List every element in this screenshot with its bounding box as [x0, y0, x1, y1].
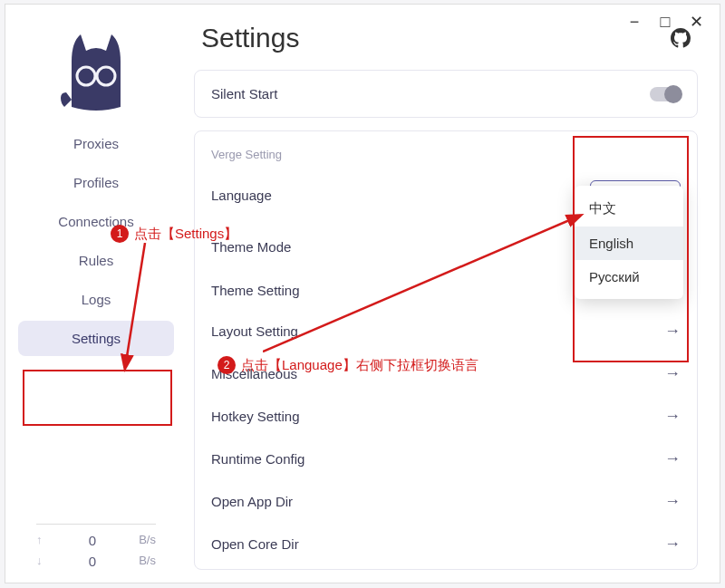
language-option-ru[interactable]: Русский: [575, 260, 683, 294]
speed-indicator: ↑ 0 B/s ↓ 0 B/s: [5, 518, 187, 572]
open-app-dir-row[interactable]: Open App Dir →: [195, 480, 697, 523]
silent-start-label: Silent Start: [211, 86, 277, 101]
chevron-right-icon: →: [664, 407, 681, 426]
layout-setting-label: Layout Setting: [211, 323, 298, 339]
upload-unit: B/s: [132, 533, 156, 548]
sidebar: Proxies Profiles Connections Rules Logs …: [5, 5, 187, 583]
sidebar-item-settings[interactable]: Settings: [18, 321, 174, 356]
download-value: 0: [53, 554, 132, 569]
speed-upload: ↑ 0 B/s: [36, 530, 156, 551]
sidebar-nav: Proxies Profiles Connections Rules Logs …: [5, 126, 187, 356]
minimize-button[interactable]: −: [627, 14, 642, 30]
main-content: Settings Silent Start Verge Setting Lang…: [187, 5, 720, 583]
app-logo: [51, 23, 141, 113]
silent-start-row: Silent Start: [195, 74, 697, 113]
miscellaneous-label: Miscellaneous: [211, 366, 297, 381]
runtime-config-label: Runtime Config: [211, 451, 304, 467]
theme-mode-label: Theme Mode: [211, 239, 291, 255]
sidebar-item-proxies[interactable]: Proxies: [18, 126, 174, 161]
window-controls: − □ ✕: [611, 5, 720, 39]
download-icon: ↓: [36, 554, 53, 569]
upload-icon: ↑: [36, 533, 53, 548]
sidebar-item-logs[interactable]: Logs: [18, 282, 174, 317]
app-window: − □ ✕ Proxies Profiles Connections Rules…: [5, 4, 720, 583]
silent-start-card: Silent Start: [194, 70, 698, 118]
layout-setting-row[interactable]: Layout Setting →: [195, 310, 697, 352]
silent-start-toggle[interactable]: [650, 87, 681, 101]
maximize-button[interactable]: □: [658, 14, 672, 30]
hotkey-setting-label: Hotkey Setting: [211, 409, 300, 424]
page-title: Settings: [201, 23, 299, 53]
speed-download: ↓ 0 B/s: [36, 551, 156, 572]
open-core-dir-label: Open Core Dir: [211, 536, 299, 552]
close-button[interactable]: ✕: [689, 14, 703, 30]
verge-section-title: Verge Setting: [195, 135, 697, 169]
upload-value: 0: [53, 533, 132, 548]
chevron-right-icon: →: [664, 492, 681, 511]
language-option-zh[interactable]: 中文: [575, 191, 683, 227]
chevron-right-icon: →: [664, 535, 681, 554]
sidebar-item-connections[interactable]: Connections: [18, 204, 174, 239]
language-option-en[interactable]: English: [575, 227, 683, 260]
open-core-dir-row[interactable]: Open Core Dir →: [195, 523, 697, 565]
sidebar-item-rules[interactable]: Rules: [18, 243, 174, 278]
download-unit: B/s: [132, 554, 156, 569]
chevron-right-icon: →: [664, 449, 681, 468]
language-dropdown-menu: 中文 English Русский: [575, 186, 683, 299]
chevron-right-icon: →: [664, 364, 681, 383]
miscellaneous-row[interactable]: Miscellaneous →: [195, 352, 697, 395]
language-label: Language: [211, 188, 272, 203]
hotkey-setting-row[interactable]: Hotkey Setting →: [195, 395, 697, 438]
open-app-dir-label: Open App Dir: [211, 494, 293, 509]
theme-setting-label: Theme Setting: [211, 283, 300, 298]
sidebar-item-profiles[interactable]: Profiles: [18, 165, 174, 200]
chevron-right-icon: →: [664, 322, 681, 341]
runtime-config-row[interactable]: Runtime Config →: [195, 438, 697, 480]
